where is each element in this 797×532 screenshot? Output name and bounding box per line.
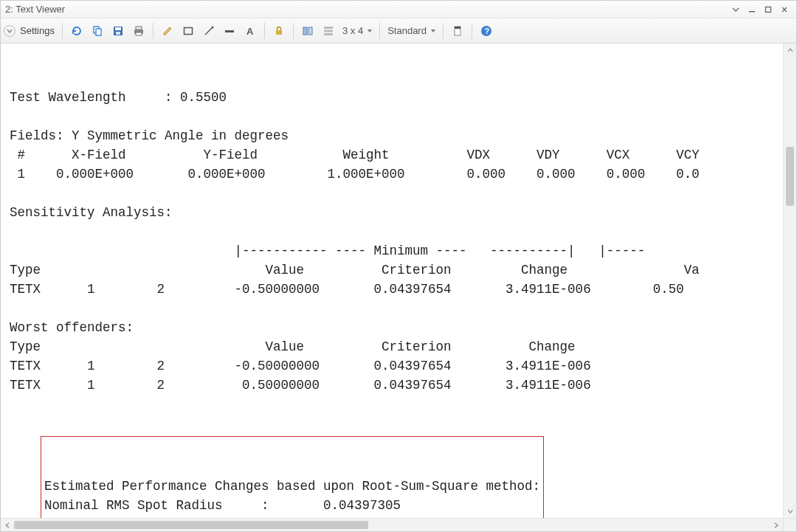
pencil-button[interactable] [158, 21, 177, 41]
toolbar-separator [153, 23, 153, 39]
toolbar-separator [379, 23, 380, 39]
thick-line-button[interactable] [220, 21, 239, 41]
help-button[interactable]: ? [477, 21, 496, 41]
svg-rect-3 [96, 29, 101, 35]
copy-button[interactable] [88, 21, 107, 41]
svg-rect-7 [136, 27, 142, 30]
horizontal-scrollbar[interactable] [1, 518, 796, 531]
settings-button[interactable]: Settings [20, 25, 58, 36]
svg-rect-17 [324, 27, 333, 29]
scroll-down-button[interactable] [784, 505, 796, 518]
svg-text:?: ? [484, 27, 489, 35]
scrollbar-track[interactable] [14, 519, 770, 531]
expand-settings-icon[interactable] [4, 25, 15, 37]
window-titlebar: 2: Text Viewer [1, 1, 796, 18]
svg-rect-1 [766, 7, 771, 12]
scrollbar-thumb[interactable] [786, 147, 794, 206]
scroll-left-button[interactable] [1, 519, 14, 532]
lock-button[interactable] [269, 21, 289, 41]
toolbar-separator [264, 23, 265, 39]
chevron-down-icon [368, 30, 372, 32]
rss-summary-box: Estimated Performance Changes based upon… [41, 436, 544, 518]
refresh-button[interactable] [67, 21, 86, 41]
svg-rect-21 [455, 27, 460, 29]
text-tool-button[interactable]: A [241, 21, 260, 41]
svg-text:A: A [246, 26, 254, 37]
grid-size-label: 3 x 4 [342, 25, 363, 36]
line-tool-button[interactable] [199, 21, 218, 41]
scroll-right-button[interactable] [770, 519, 783, 532]
scroll-up-button[interactable] [784, 44, 796, 57]
minimize-button[interactable] [745, 4, 759, 15]
toolbar-separator [472, 23, 472, 39]
svg-rect-16 [308, 27, 312, 35]
content-area: Test Wavelength : 0.5500 Fields: Y Symme… [1, 44, 796, 518]
svg-rect-14 [276, 30, 282, 35]
toolbar-separator [293, 23, 294, 39]
svg-rect-19 [324, 33, 333, 35]
scrollbar-corner [783, 519, 796, 532]
text-viewer-content: Test Wavelength : 0.5500 Fields: Y Symme… [1, 44, 783, 518]
scrollbar-thumb[interactable] [14, 521, 368, 529]
window-dropdown-icon[interactable] [728, 4, 743, 15]
save-button[interactable] [108, 21, 128, 41]
print-button[interactable] [129, 21, 148, 41]
vertical-scrollbar[interactable] [783, 44, 796, 518]
svg-rect-10 [184, 27, 192, 34]
window-title: 2: Text Viewer [5, 4, 727, 15]
rectangle-tool-button[interactable] [179, 21, 198, 41]
maximize-button[interactable] [761, 4, 776, 15]
svg-rect-9 [136, 32, 142, 35]
view-mode-label: Standard [387, 25, 427, 36]
page-view-button[interactable] [448, 21, 467, 41]
svg-point-11 [211, 26, 213, 28]
toolbar-separator [443, 23, 444, 39]
svg-rect-12 [225, 30, 234, 32]
svg-rect-6 [116, 32, 120, 35]
svg-rect-15 [303, 27, 307, 35]
svg-rect-18 [324, 30, 333, 32]
rss-summary-text: Estimated Performance Changes based upon… [44, 477, 540, 518]
close-button[interactable] [777, 4, 792, 15]
grid-size-dropdown[interactable]: 3 x 4 [339, 25, 375, 36]
svg-rect-0 [749, 11, 755, 13]
chevron-down-icon [431, 30, 435, 32]
window-layout-button[interactable] [298, 21, 317, 41]
view-mode-dropdown[interactable]: Standard [384, 25, 438, 36]
stack-layout-button[interactable] [319, 21, 338, 41]
svg-rect-5 [115, 27, 121, 30]
report-body: Test Wavelength : 0.5500 Fields: Y Symme… [10, 88, 779, 395]
toolbar: Settings A 3 x 4 Standard [1, 18, 796, 44]
toolbar-separator [62, 23, 63, 39]
